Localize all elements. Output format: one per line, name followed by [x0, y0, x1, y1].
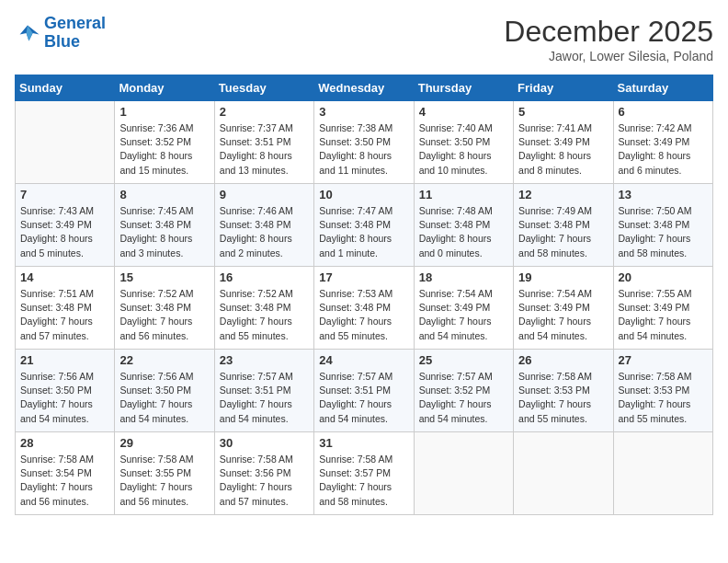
- weekday-header-thursday: Thursday: [414, 75, 513, 101]
- day-number: 25: [419, 353, 508, 367]
- location: Jawor, Lower Silesia, Poland: [504, 49, 713, 63]
- day-info: Sunrise: 7:54 AMSunset: 3:49 PMDaylight:…: [419, 287, 508, 343]
- calendar-cell: 31Sunrise: 7:58 AMSunset: 3:57 PMDayligh…: [314, 432, 414, 515]
- calendar-cell: 12Sunrise: 7:49 AMSunset: 3:48 PMDayligh…: [514, 184, 613, 267]
- day-info: Sunrise: 7:49 AMSunset: 3:48 PMDaylight:…: [518, 204, 608, 260]
- calendar-cell: 1Sunrise: 7:36 AMSunset: 3:52 PMDaylight…: [115, 101, 214, 184]
- day-info: Sunrise: 7:58 AMSunset: 3:57 PMDaylight:…: [319, 453, 408, 509]
- calendar-cell: 27Sunrise: 7:58 AMSunset: 3:53 PMDayligh…: [613, 350, 712, 432]
- day-info: Sunrise: 7:57 AMSunset: 3:51 PMDaylight:…: [220, 370, 309, 426]
- calendar-cell: 13Sunrise: 7:50 AMSunset: 3:48 PMDayligh…: [613, 184, 712, 267]
- day-info: Sunrise: 7:56 AMSunset: 3:50 PMDaylight:…: [20, 370, 109, 426]
- day-number: 19: [518, 270, 608, 284]
- day-info: Sunrise: 7:50 AMSunset: 3:48 PMDaylight:…: [619, 204, 708, 260]
- day-number: 20: [619, 270, 708, 284]
- calendar-cell: 21Sunrise: 7:56 AMSunset: 3:50 PMDayligh…: [16, 350, 115, 432]
- day-info: Sunrise: 7:57 AMSunset: 3:52 PMDaylight:…: [419, 370, 508, 426]
- calendar-table: SundayMondayTuesdayWednesdayThursdayFrid…: [15, 75, 713, 515]
- day-info: Sunrise: 7:38 AMSunset: 3:50 PMDaylight:…: [319, 121, 408, 178]
- weekday-header-saturday: Saturday: [613, 75, 712, 101]
- calendar-week-4: 21Sunrise: 7:56 AMSunset: 3:50 PMDayligh…: [16, 350, 713, 432]
- calendar-cell: 9Sunrise: 7:46 AMSunset: 3:48 PMDaylight…: [214, 184, 313, 267]
- day-number: 18: [419, 270, 508, 284]
- day-number: 6: [619, 105, 708, 119]
- day-number: 10: [319, 188, 408, 201]
- weekday-header-monday: Monday: [115, 75, 214, 101]
- calendar-cell: 17Sunrise: 7:53 AMSunset: 3:48 PMDayligh…: [314, 267, 414, 350]
- calendar-cell: 5Sunrise: 7:41 AMSunset: 3:49 PMDaylight…: [514, 101, 613, 184]
- day-info: Sunrise: 7:57 AMSunset: 3:51 PMDaylight:…: [319, 370, 408, 426]
- day-number: 16: [220, 270, 309, 284]
- weekday-header-friday: Friday: [514, 75, 613, 101]
- day-info: Sunrise: 7:43 AMSunset: 3:49 PMDaylight:…: [20, 204, 109, 260]
- day-number: 26: [518, 353, 608, 367]
- calendar-week-3: 14Sunrise: 7:51 AMSunset: 3:48 PMDayligh…: [16, 267, 713, 350]
- day-info: Sunrise: 7:52 AMSunset: 3:48 PMDaylight:…: [119, 287, 209, 343]
- calendar-cell: 6Sunrise: 7:42 AMSunset: 3:49 PMDaylight…: [613, 101, 712, 184]
- day-number: 2: [220, 105, 309, 119]
- title-block: December 2025 Jawor, Lower Silesia, Pola…: [504, 15, 713, 63]
- calendar-cell: 16Sunrise: 7:52 AMSunset: 3:48 PMDayligh…: [214, 267, 313, 350]
- logo-line1: General: [44, 14, 106, 32]
- calendar-cell: 23Sunrise: 7:57 AMSunset: 3:51 PMDayligh…: [214, 350, 313, 432]
- day-number: 8: [119, 188, 209, 201]
- day-number: 3: [319, 105, 408, 119]
- calendar-cell: 22Sunrise: 7:56 AMSunset: 3:50 PMDayligh…: [115, 350, 214, 432]
- day-info: Sunrise: 7:54 AMSunset: 3:49 PMDaylight:…: [518, 287, 608, 343]
- calendar-cell: 24Sunrise: 7:57 AMSunset: 3:51 PMDayligh…: [314, 350, 414, 432]
- weekday-header-tuesday: Tuesday: [214, 75, 313, 101]
- day-number: 28: [20, 436, 109, 450]
- day-info: Sunrise: 7:53 AMSunset: 3:48 PMDaylight:…: [319, 287, 408, 343]
- calendar-header-row: SundayMondayTuesdayWednesdayThursdayFrid…: [16, 75, 713, 101]
- calendar-body: 1Sunrise: 7:36 AMSunset: 3:52 PMDaylight…: [16, 101, 713, 515]
- day-number: 13: [619, 188, 708, 201]
- calendar-cell: [613, 432, 712, 515]
- day-number: 30: [220, 436, 309, 450]
- logo-line2: Blue: [44, 32, 80, 51]
- day-info: Sunrise: 7:37 AMSunset: 3:51 PMDaylight:…: [220, 121, 309, 178]
- day-number: 7: [20, 188, 109, 201]
- day-info: Sunrise: 7:56 AMSunset: 3:50 PMDaylight:…: [119, 370, 209, 426]
- weekday-header-sunday: Sunday: [16, 75, 115, 101]
- day-info: Sunrise: 7:51 AMSunset: 3:48 PMDaylight:…: [20, 287, 109, 343]
- calendar-cell: [414, 432, 513, 515]
- calendar-week-5: 28Sunrise: 7:58 AMSunset: 3:54 PMDayligh…: [16, 432, 713, 515]
- day-number: 4: [419, 105, 508, 119]
- calendar-cell: 28Sunrise: 7:58 AMSunset: 3:54 PMDayligh…: [16, 432, 115, 515]
- calendar-cell: 7Sunrise: 7:43 AMSunset: 3:49 PMDaylight…: [16, 184, 115, 267]
- calendar-cell: [514, 432, 613, 515]
- day-info: Sunrise: 7:42 AMSunset: 3:49 PMDaylight:…: [619, 121, 708, 178]
- calendar-cell: 14Sunrise: 7:51 AMSunset: 3:48 PMDayligh…: [16, 267, 115, 350]
- day-info: Sunrise: 7:46 AMSunset: 3:48 PMDaylight:…: [220, 204, 309, 260]
- day-number: 27: [619, 353, 708, 367]
- day-info: Sunrise: 7:47 AMSunset: 3:48 PMDaylight:…: [319, 204, 408, 260]
- day-number: 14: [20, 270, 109, 284]
- day-number: 31: [319, 436, 408, 450]
- day-info: Sunrise: 7:58 AMSunset: 3:55 PMDaylight:…: [119, 453, 209, 509]
- calendar-cell: 18Sunrise: 7:54 AMSunset: 3:49 PMDayligh…: [414, 267, 513, 350]
- day-info: Sunrise: 7:58 AMSunset: 3:54 PMDaylight:…: [20, 453, 109, 509]
- logo-text: General Blue: [44, 15, 106, 52]
- calendar-week-2: 7Sunrise: 7:43 AMSunset: 3:49 PMDaylight…: [16, 184, 713, 267]
- day-info: Sunrise: 7:58 AMSunset: 3:53 PMDaylight:…: [619, 370, 708, 426]
- calendar-cell: 30Sunrise: 7:58 AMSunset: 3:56 PMDayligh…: [214, 432, 313, 515]
- month-year: December 2025: [504, 15, 713, 49]
- day-info: Sunrise: 7:52 AMSunset: 3:48 PMDaylight:…: [220, 287, 309, 343]
- page-header: General Blue December 2025 Jawor, Lower …: [15, 15, 713, 63]
- day-number: 24: [319, 353, 408, 367]
- calendar-cell: 19Sunrise: 7:54 AMSunset: 3:49 PMDayligh…: [514, 267, 613, 350]
- calendar-cell: 29Sunrise: 7:58 AMSunset: 3:55 PMDayligh…: [115, 432, 214, 515]
- day-number: 15: [119, 270, 209, 284]
- day-number: 9: [220, 188, 309, 201]
- day-number: 5: [518, 105, 608, 119]
- calendar-cell: 20Sunrise: 7:55 AMSunset: 3:49 PMDayligh…: [613, 267, 712, 350]
- day-number: 17: [319, 270, 408, 284]
- calendar-cell: 25Sunrise: 7:57 AMSunset: 3:52 PMDayligh…: [414, 350, 513, 432]
- logo: General Blue: [15, 15, 106, 52]
- calendar-cell: 4Sunrise: 7:40 AMSunset: 3:50 PMDaylight…: [414, 101, 513, 184]
- calendar-cell: 8Sunrise: 7:45 AMSunset: 3:48 PMDaylight…: [115, 184, 214, 267]
- day-info: Sunrise: 7:55 AMSunset: 3:49 PMDaylight:…: [619, 287, 708, 343]
- day-number: 29: [119, 436, 209, 450]
- day-info: Sunrise: 7:36 AMSunset: 3:52 PMDaylight:…: [119, 121, 209, 178]
- calendar-cell: 26Sunrise: 7:58 AMSunset: 3:53 PMDayligh…: [514, 350, 613, 432]
